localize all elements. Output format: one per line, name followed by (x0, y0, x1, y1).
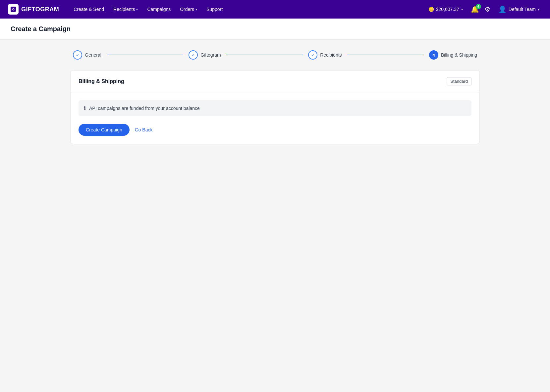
nav-links: Create & Send Recipients ▾ Campaigns Ord… (70, 4, 426, 15)
orders-chevron-icon: ▾ (195, 8, 197, 11)
notifications-button[interactable]: 🔔 6 (471, 5, 479, 13)
nav-create-send[interactable]: Create & Send (70, 4, 108, 15)
user-team-label: Default Team (509, 7, 536, 12)
logo[interactable]: GIFTOGRAM (8, 4, 59, 15)
user-chevron-icon: ▾ (538, 8, 539, 11)
billing-card: Billing & Shipping Standard ℹ API campai… (70, 70, 480, 144)
nav-support[interactable]: Support (202, 4, 227, 15)
step-line-3 (347, 55, 424, 55)
stepper: ✓ General ✓ Giftogram ✓ Recipients 4 Bil… (70, 50, 480, 60)
step-line-1 (107, 55, 183, 55)
notification-badge: 6 (476, 4, 481, 9)
step-recipients: ✓ Recipients (308, 50, 342, 60)
step-giftogram: ✓ Giftogram (189, 50, 221, 60)
step-billing-label: Billing & Shipping (441, 52, 477, 58)
info-icon: ℹ (84, 105, 86, 111)
step-billing-circle: 4 (429, 50, 438, 60)
step-line-2 (226, 55, 303, 55)
info-text: API campaigns are funded from your accou… (89, 106, 200, 111)
nav-campaigns[interactable]: Campaigns (143, 4, 175, 15)
step-giftogram-circle: ✓ (189, 50, 198, 60)
user-menu-button[interactable]: 👤 Default Team ▾ (496, 4, 542, 15)
logo-icon (8, 4, 19, 15)
logo-text: GIFTOGRAM (21, 6, 59, 13)
card-body: ℹ API campaigns are funded from your acc… (71, 92, 479, 144)
info-banner: ℹ API campaigns are funded from your acc… (79, 100, 471, 116)
balance-button[interactable]: 🪙 $20,607.37 ▾ (426, 5, 466, 13)
step-recipients-label: Recipients (320, 52, 342, 58)
page-header: Create a Campaign (0, 19, 550, 40)
nav-right: 🪙 $20,607.37 ▾ 🔔 6 ⚙ 👤 Default Team ▾ (426, 4, 542, 15)
step-general: ✓ General (73, 50, 101, 60)
step-recipients-circle: ✓ (308, 50, 317, 60)
navbar: GIFTOGRAM Create & Send Recipients ▾ Cam… (0, 0, 550, 19)
step-general-circle: ✓ (73, 50, 82, 60)
user-avatar-icon: 👤 (498, 5, 507, 13)
step-giftogram-label: Giftogram (200, 52, 221, 58)
balance-amount: $20,607.37 (436, 7, 459, 12)
nav-orders[interactable]: Orders ▾ (176, 4, 201, 15)
nav-recipients[interactable]: Recipients ▾ (109, 4, 142, 15)
create-campaign-button[interactable]: Create Campaign (79, 124, 130, 136)
step-general-label: General (85, 52, 101, 58)
settings-icon[interactable]: ⚙ (484, 5, 490, 13)
wallet-icon: 🪙 (428, 7, 434, 12)
recipients-chevron-icon: ▾ (136, 8, 138, 11)
step-billing: 4 Billing & Shipping (429, 50, 477, 60)
balance-chevron-icon: ▾ (461, 8, 463, 11)
main-content: ✓ General ✓ Giftogram ✓ Recipients 4 Bil… (60, 40, 490, 155)
svg-point-1 (13, 9, 14, 10)
billing-card-title: Billing & Shipping (79, 78, 124, 84)
go-back-button[interactable]: Go Back (135, 127, 153, 132)
action-row: Create Campaign Go Back (79, 124, 471, 136)
card-header: Billing & Shipping Standard (71, 71, 479, 92)
standard-badge: Standard (447, 77, 471, 85)
page-title: Create a Campaign (11, 25, 539, 33)
